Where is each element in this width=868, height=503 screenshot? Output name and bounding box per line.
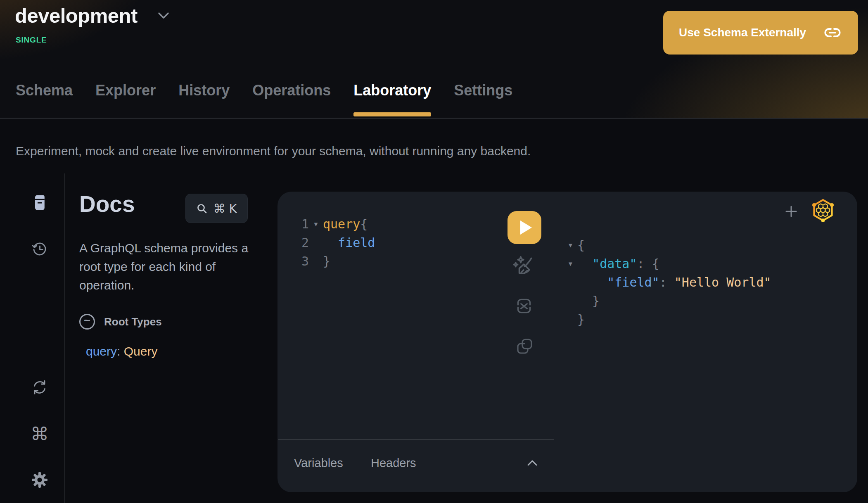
prettify-broom-icon xyxy=(512,254,535,278)
chevron-up-icon xyxy=(526,458,538,467)
keyboard-shortcuts-icon: ⌘ xyxy=(31,425,49,443)
use-schema-externally-button[interactable]: Use Schema Externally xyxy=(663,11,858,55)
graphiql-panel: 1▼query{2 field3} xyxy=(277,192,857,492)
execute-query-button[interactable] xyxy=(508,211,541,244)
variables-tab[interactable]: Variables xyxy=(294,456,343,470)
copy-query-button[interactable] xyxy=(515,336,534,356)
link-icon xyxy=(823,23,842,43)
line-number: 2 xyxy=(277,235,309,250)
root-type-name: Query xyxy=(124,344,158,358)
code-text: query{ xyxy=(323,217,368,231)
sidebar-item-reload-schema[interactable] xyxy=(31,378,49,396)
collapse-editor-tools-button[interactable] xyxy=(525,456,539,470)
code-text: } xyxy=(323,254,330,268)
tab-bar: Schema Explorer History Operations Labor… xyxy=(16,81,512,116)
code-line: ▼ "data": { xyxy=(567,254,771,273)
use-schema-externally-label: Use Schema Externally xyxy=(679,26,806,39)
merge-fragments-button[interactable] xyxy=(514,296,534,316)
page-header: development SINGLE Use Schema Externally… xyxy=(0,0,868,119)
prettify-button[interactable] xyxy=(511,254,536,278)
tab-laboratory[interactable]: Laboratory xyxy=(353,81,431,116)
sidebar-item-docs[interactable] xyxy=(31,193,49,211)
root-separator: : xyxy=(117,344,124,358)
query-editor[interactable]: 1▼query{2 field3} xyxy=(277,215,375,270)
root-types-label: Root Types xyxy=(104,316,162,328)
page-subtitle: Experiment, mock and create live environ… xyxy=(16,144,531,158)
chevron-down-icon xyxy=(157,11,171,21)
tab-explorer[interactable]: Explorer xyxy=(95,81,156,116)
editor-footer-divider xyxy=(278,439,554,440)
sidebar-divider xyxy=(64,173,65,503)
sidebar-item-settings[interactable] xyxy=(31,471,49,489)
sidebar-item-shortcuts[interactable]: ⌘ xyxy=(31,425,49,443)
root-types-icon: ~ xyxy=(79,314,95,330)
plus-icon xyxy=(783,204,799,219)
fold-toggle-icon[interactable]: ▼ xyxy=(567,260,577,267)
line-number: 1 xyxy=(277,217,309,231)
single-badge: SINGLE xyxy=(16,36,47,45)
code-text: } xyxy=(577,294,600,308)
tab-history[interactable]: History xyxy=(178,81,230,116)
docs-book-icon xyxy=(31,194,48,211)
hive-hexagon-icon xyxy=(811,198,835,222)
headers-tab[interactable]: Headers xyxy=(371,456,416,470)
fold-toggle-icon[interactable]: ▼ xyxy=(309,221,323,228)
graphql-hive-logo[interactable] xyxy=(811,198,835,222)
merge-icon xyxy=(514,296,534,316)
copy-icon xyxy=(515,336,534,356)
docs-search-button[interactable]: ⌘ K xyxy=(185,194,248,223)
search-shortcut-label: ⌘ K xyxy=(213,202,237,216)
tab-settings[interactable]: Settings xyxy=(454,81,512,116)
reload-schema-icon xyxy=(31,379,48,396)
root-type-query-link[interactable]: query: Query xyxy=(86,344,157,358)
code-text: "data": { xyxy=(577,256,659,271)
code-line: 3} xyxy=(277,252,375,270)
code-line: } xyxy=(567,292,771,310)
root-types-header: ~ Root Types xyxy=(79,314,162,330)
search-icon xyxy=(196,203,208,214)
tab-schema[interactable]: Schema xyxy=(16,81,73,116)
fold-toggle-icon[interactable]: ▼ xyxy=(567,242,577,249)
code-text: } xyxy=(577,312,585,327)
code-text: field xyxy=(323,235,375,250)
play-icon xyxy=(520,221,532,235)
tab-operations[interactable]: Operations xyxy=(252,81,331,116)
history-icon xyxy=(31,240,48,258)
settings-gear-icon xyxy=(31,471,48,489)
code-line: 2 field xyxy=(277,233,375,252)
code-text: { xyxy=(577,238,585,252)
response-viewer: ▼{▼ "data": { "field": "Hello World" }} xyxy=(567,236,771,329)
project-title: development xyxy=(15,3,138,28)
line-number: 3 xyxy=(277,254,309,268)
code-line: ▼{ xyxy=(567,236,771,254)
code-line: "field": "Hello World" xyxy=(567,273,771,292)
sidebar-item-history[interactable] xyxy=(31,240,49,258)
code-text: "field": "Hello World" xyxy=(577,275,771,289)
root-field-name: query xyxy=(86,344,117,358)
code-line: 1▼query{ xyxy=(277,215,375,233)
docs-title: Docs xyxy=(79,191,135,217)
code-line: } xyxy=(567,310,771,329)
project-selector[interactable]: development xyxy=(15,3,171,28)
laboratory-page: development SINGLE Use Schema Externally… xyxy=(0,0,868,503)
docs-description: A GraphQL schema provides a root type fo… xyxy=(79,239,269,294)
add-tab-button[interactable] xyxy=(782,202,800,221)
